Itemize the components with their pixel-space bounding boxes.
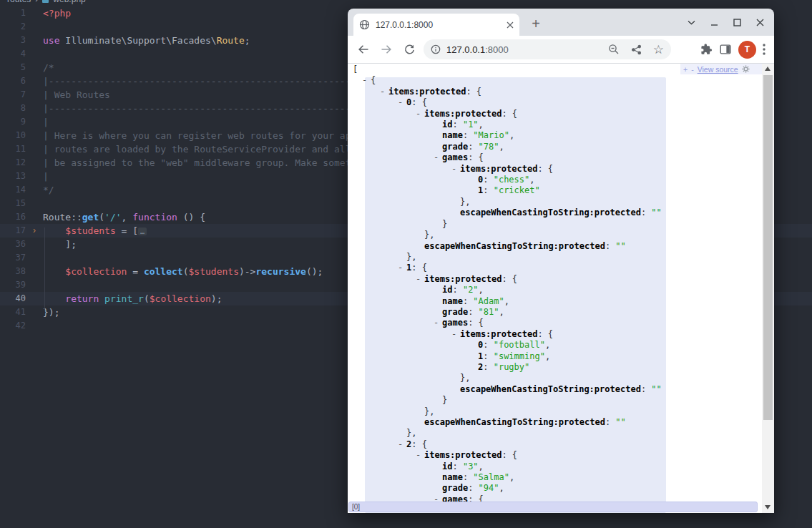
side-panel-icon[interactable] [719, 43, 732, 56]
fold-column [26, 142, 43, 156]
json-line: }, [348, 252, 762, 263]
line-number: 1 [0, 6, 26, 20]
collapse-toggle-icon[interactable]: - [362, 75, 371, 86]
json-key: 1 [478, 185, 483, 195]
collapse-toggle-icon[interactable]: - [416, 109, 424, 119]
line-number: 36 [0, 238, 26, 251]
json-line: } [348, 395, 762, 406]
maximize-button[interactable] [728, 14, 745, 31]
collapse-toggle-icon[interactable]: - [451, 329, 460, 340]
json-key: id [442, 461, 452, 471]
jsonview-controls: + - View source [680, 64, 762, 74]
json-line: -items:protected: { [348, 109, 762, 119]
tab-close-icon[interactable] [507, 21, 514, 29]
collapse-toggle-icon[interactable]: - [398, 439, 406, 450]
scroll-up-arrow-icon[interactable] [765, 67, 771, 71]
browser-tab[interactable]: 127.0.0.1:8000 [353, 14, 519, 36]
fold-column [26, 278, 43, 292]
json-key: grade [442, 307, 468, 317]
json-line: 1: "cricket" [348, 185, 762, 196]
json-line: } [348, 219, 762, 230]
window-close-button[interactable] [751, 14, 768, 31]
json-line: }, [348, 406, 762, 417]
json-line: 0: "football", [348, 340, 762, 351]
fold-column [26, 238, 43, 251]
url-port: :8000 [485, 44, 509, 55]
reload-button[interactable] [401, 41, 418, 58]
zoom-out-indicator-icon[interactable] [608, 44, 620, 55]
menu-dots-icon[interactable] [763, 44, 765, 55]
scroll-down-arrow-icon[interactable] [765, 505, 771, 509]
profile-avatar[interactable]: T [738, 41, 756, 59]
collapse-toggle-icon[interactable]: - [398, 97, 406, 108]
address-bar[interactable]: 127.0.0.1:8000 ☆ [424, 39, 671, 59]
breadcrumb-file[interactable]: web.php [53, 0, 85, 4]
collapse-toggle-icon[interactable]: - [434, 152, 442, 163]
json-value: "" [651, 384, 661, 394]
json-line: id: "2", [348, 285, 762, 295]
fold-column [26, 20, 43, 34]
fold-column [26, 265, 43, 278]
line-number: 5 [0, 61, 26, 74]
json-key: items:protected [460, 329, 537, 339]
share-icon[interactable] [631, 44, 642, 55]
json-key: name [442, 472, 463, 482]
jsonview-collapse-button[interactable]: - [691, 65, 694, 74]
fold-column [26, 129, 43, 142]
fold-column [26, 115, 43, 129]
line-number: 4 [0, 47, 26, 61]
breadcrumb-folder[interactable]: routes [7, 0, 31, 4]
tab-title: 127.0.0.1:8000 [376, 20, 507, 30]
json-line: }, [348, 373, 762, 383]
line-number: 17 [0, 224, 26, 238]
line-number: 16 [0, 210, 26, 224]
json-key: name [442, 296, 463, 306]
json-line: -games: { [348, 152, 762, 163]
line-number: 10 [0, 129, 26, 142]
address-url[interactable]: 127.0.0.1:8000 [446, 44, 509, 55]
scrollbar-thumb[interactable] [763, 75, 773, 420]
back-button[interactable] [355, 41, 372, 58]
collapse-toggle-icon[interactable]: - [416, 450, 424, 461]
json-key: name [442, 130, 463, 140]
window-menu-chevron-icon[interactable] [683, 14, 700, 31]
json-key: escapeWhenCastingToString:protected [424, 241, 605, 251]
vertical-scrollbar[interactable] [762, 64, 774, 513]
json-value: "rugby" [494, 362, 530, 372]
json-value: "78" [479, 142, 499, 152]
line-number: 11 [0, 142, 26, 156]
collapse-toggle-icon[interactable]: - [416, 274, 424, 285]
json-key: escapeWhenCastingToString:protected [460, 207, 641, 217]
fold-arrow-icon[interactable]: › [26, 224, 43, 238]
line-number: 9 [0, 115, 26, 129]
collapse-toggle-icon[interactable]: - [398, 263, 406, 273]
forward-button[interactable] [378, 41, 395, 58]
line-number: 6 [0, 74, 26, 88]
line-number: 42 [0, 319, 26, 333]
new-tab-button[interactable]: + [527, 14, 545, 33]
file-icon [42, 0, 49, 3]
fold-column [26, 251, 43, 265]
collapse-toggle-icon[interactable]: - [434, 318, 442, 328]
json-value: "Adam" [473, 296, 504, 306]
json-key: 2 [478, 362, 483, 372]
jsonview-expand-button[interactable]: + [683, 65, 688, 74]
json-key: games [442, 318, 468, 328]
bookmark-star-icon[interactable]: ☆ [653, 44, 664, 56]
json-line: escapeWhenCastingToString:protected: "" [348, 241, 762, 252]
json-line: -items:protected: { [348, 87, 762, 97]
collapse-toggle-icon[interactable]: - [451, 164, 460, 175]
view-source-link[interactable]: View source [698, 65, 738, 74]
json-value: "" [651, 207, 661, 217]
json-line: grade: "81", [348, 307, 762, 318]
json-key: 1 [406, 263, 411, 273]
jsonview-settings-gear-icon[interactable] [742, 65, 750, 73]
collapse-toggle-icon[interactable]: - [380, 87, 388, 97]
json-line: 2: "rugby" [348, 362, 762, 373]
extensions-puzzle-icon[interactable] [700, 43, 713, 56]
line-number: 2 [0, 20, 26, 34]
json-value: "94" [479, 483, 499, 493]
site-info-icon[interactable] [431, 44, 441, 54]
json-line: escapeWhenCastingToString:protected: "" [348, 384, 762, 395]
minimize-button[interactable] [705, 14, 723, 31]
